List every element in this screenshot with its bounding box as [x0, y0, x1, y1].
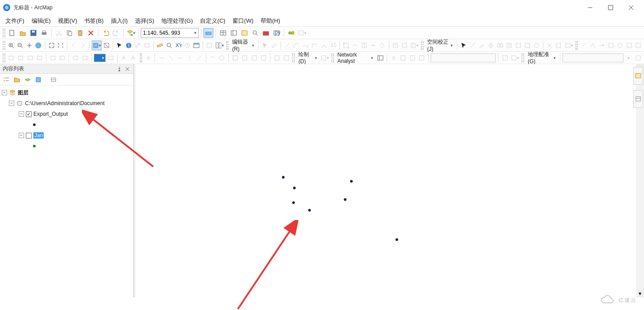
toolbar-handle[interactable] [421, 41, 424, 50]
split-icon[interactable] [369, 41, 377, 50]
menu-insert[interactable]: 插入(I) [107, 15, 131, 27]
attributes-button[interactable] [391, 41, 399, 50]
menu-custom[interactable]: 自定义(C) [196, 15, 229, 27]
catalog-tab-icon[interactable] [633, 67, 643, 85]
cogo-3-icon[interactable] [598, 41, 606, 50]
collapse-icon[interactable]: − [2, 90, 7, 95]
clear-selection-button[interactable] [102, 41, 110, 50]
extra-tool-icon[interactable]: ▾ [297, 28, 307, 38]
new-button[interactable] [7, 28, 17, 38]
catalog-window-icon[interactable] [240, 28, 249, 38]
sketch-properties-icon[interactable] [400, 41, 408, 50]
limit-adj-icon[interactable] [505, 41, 513, 50]
topo-12-icon[interactable] [259, 53, 268, 63]
midpoint-icon[interactable]: 1/2 [329, 41, 337, 50]
endpoint-arc-icon[interactable] [320, 41, 328, 50]
adj-preview-icon[interactable] [532, 41, 540, 50]
topo-6-icon[interactable] [195, 53, 204, 63]
tree-layer1-symbol[interactable] [1, 119, 132, 130]
topo-13-icon[interactable] [273, 53, 281, 63]
options-icon[interactable] [49, 75, 58, 84]
rotate-icon[interactable] [378, 41, 386, 50]
parcel-7-icon[interactable] [71, 53, 80, 63]
cut-polygons-icon[interactable] [360, 41, 368, 50]
edit-vertices-icon[interactable] [342, 41, 350, 50]
na-directions-icon[interactable] [417, 53, 426, 63]
goto-xy-button[interactable]: XY [174, 41, 182, 50]
layer-visibility-checkbox[interactable] [26, 111, 32, 117]
ground-to-grid-icon[interactable] [106, 53, 115, 63]
network-analyst-menu[interactable]: Network Analyst▾ [336, 52, 375, 64]
select-features-button[interactable]: ▾ [92, 41, 102, 50]
topo-2-icon[interactable] [157, 53, 166, 63]
list-by-selection-icon[interactable] [34, 75, 43, 84]
find-button[interactable] [165, 41, 173, 50]
fill-color-swatch[interactable]: ▾ [94, 54, 106, 62]
attribute-transfer-icon[interactable] [523, 41, 531, 50]
right-angle-icon[interactable] [310, 41, 318, 50]
parcel-5-icon[interactable] [49, 53, 57, 63]
prev-extent-button[interactable] [69, 41, 77, 50]
print-button[interactable] [39, 28, 49, 38]
spatial-adjustment-menu[interactable]: 空间校正(J)▾ [425, 38, 455, 52]
annotation-construction2-icon[interactable]: A [129, 53, 138, 63]
parcel-3-icon[interactable] [26, 53, 34, 63]
cogo-2-icon[interactable] [589, 41, 597, 50]
paste-button[interactable] [75, 28, 85, 38]
edit-tool-icon[interactable] [261, 41, 269, 50]
displacement-link-icon[interactable] [469, 41, 477, 50]
reshape-icon[interactable] [351, 41, 359, 50]
na-window-icon[interactable] [376, 53, 384, 63]
straight-segment-icon[interactable] [283, 41, 291, 50]
parcel-8-icon[interactable] [81, 53, 89, 63]
georeferencing-menu[interactable]: 地理配准(G)▾ [526, 51, 558, 65]
toolbar-handle[interactable] [226, 41, 229, 50]
collapse-icon[interactable]: − [19, 111, 24, 117]
topo-10-icon[interactable] [240, 53, 249, 63]
window-minimize-button[interactable] [580, 1, 600, 14]
redo-button[interactable] [111, 28, 121, 38]
cogo-6-icon[interactable] [625, 41, 633, 50]
toolbar-handle[interactable] [331, 53, 334, 62]
open-control-points-icon[interactable] [554, 41, 562, 50]
adj-tool-more-icon[interactable]: ▾ [564, 41, 574, 50]
full-extent-button[interactable] [34, 41, 42, 50]
tree-layer2-symbol[interactable] [1, 141, 132, 151]
cogo-7-icon[interactable] [634, 41, 642, 50]
list-by-visibility-icon[interactable] [23, 75, 32, 84]
close-panel-icon[interactable] [124, 66, 130, 72]
topo-1-icon[interactable] [144, 53, 152, 63]
create-features-panel-icon[interactable]: ▾ [409, 41, 419, 50]
topo-11-icon[interactable] [250, 53, 258, 63]
tree-root-layers[interactable]: − 图层 [1, 87, 132, 98]
parcel-2-icon[interactable] [16, 53, 25, 63]
tree-layer-jan[interactable]: − Jan [1, 130, 132, 141]
pointer-button[interactable] [115, 41, 123, 50]
pin-icon[interactable] [116, 66, 122, 72]
create-features-icon[interactable] [205, 41, 213, 50]
delete-button[interactable] [86, 28, 96, 38]
search-tab-icon[interactable] [633, 90, 643, 108]
fixed-zoom-in-button[interactable] [47, 41, 55, 50]
network-dataset-combobox[interactable] [431, 53, 496, 62]
tree-folder[interactable]: − C:\Users\Administrator\Document [1, 98, 132, 109]
menu-help[interactable]: 帮助(H) [257, 15, 284, 27]
parcel-4-icon[interactable] [35, 53, 44, 63]
toolbar-handle[interactable] [3, 29, 5, 37]
multi-link-icon[interactable] [477, 41, 485, 50]
parcel-6-icon[interactable] [58, 53, 66, 63]
tree-layer-export-output[interactable]: − Export_Output [1, 109, 132, 119]
layout-toggles-icon[interactable]: ▾ [215, 41, 224, 50]
list-by-drawing-order-icon[interactable] [2, 75, 11, 84]
toc-window-icon[interactable] [229, 28, 239, 38]
pan-button[interactable] [25, 41, 33, 50]
open-button[interactable] [18, 28, 28, 38]
zoom-out-button[interactable] [16, 41, 24, 50]
scroll-down-icon[interactable]: ▾ [636, 290, 644, 298]
na-build-icon[interactable] [501, 53, 509, 63]
add-data-button[interactable]: +▾ [126, 28, 136, 38]
menu-edit[interactable]: 编辑(E) [28, 15, 54, 27]
menu-file[interactable]: 文件(F) [2, 15, 28, 27]
topo-9-icon[interactable] [231, 53, 240, 63]
cut-button[interactable] [54, 28, 64, 38]
